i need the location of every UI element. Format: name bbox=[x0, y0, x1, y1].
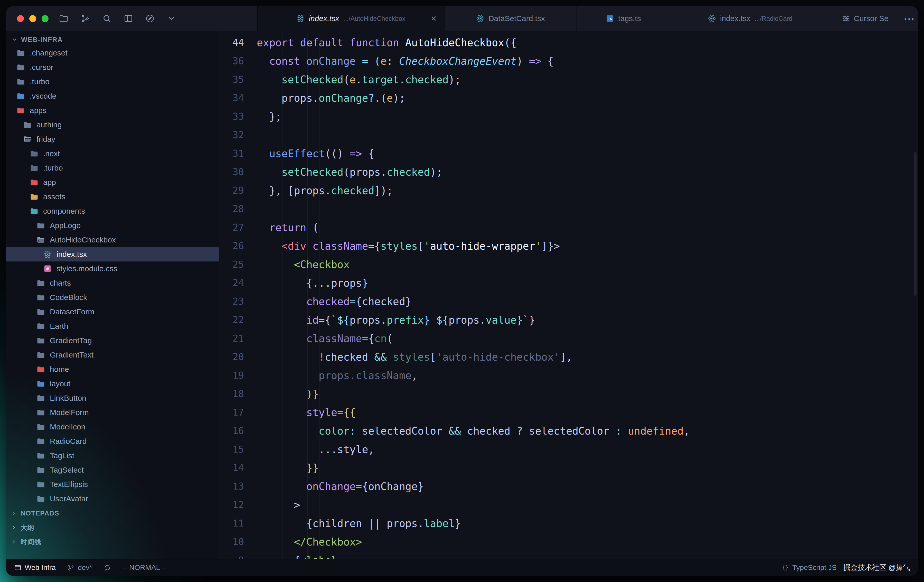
tree-item-home[interactable]: home bbox=[6, 362, 219, 376]
code-line-36[interactable]: 36 const onChange = (e: CheckboxChangeEv… bbox=[219, 52, 918, 70]
tree-item-codeblock[interactable]: CodeBlock bbox=[6, 290, 219, 305]
tree-item-next[interactable]: .next bbox=[6, 147, 219, 161]
tree-item-useravatar[interactable]: UserAvatar bbox=[6, 491, 219, 506]
tab-index-tsx-autohidecheckbox[interactable]: index.tsx.../AutoHideCheckbox bbox=[257, 6, 444, 31]
code-line-25[interactable]: 25 <Checkbox bbox=[219, 255, 918, 274]
tree-item-index-tsx[interactable]: index.tsx bbox=[6, 247, 219, 262]
open-folder-icon[interactable] bbox=[59, 13, 69, 23]
tree-item-modelform[interactable]: ModelForm bbox=[6, 405, 219, 420]
code-line-20[interactable]: 20 !checked && styles['auto-hide-checkbo… bbox=[219, 348, 918, 366]
tree-item-layout[interactable]: layout bbox=[6, 376, 219, 391]
vim-mode[interactable]: -- NORMAL -- bbox=[122, 564, 167, 572]
line-number[interactable]: 19 bbox=[219, 366, 257, 385]
line-number[interactable]: 32 bbox=[219, 126, 257, 144]
code-line-18[interactable]: 18 )} bbox=[219, 385, 918, 403]
line-number[interactable]: 34 bbox=[219, 89, 257, 107]
code-line-32[interactable]: 32 bbox=[219, 126, 918, 144]
git-branch-status[interactable]: dev* bbox=[67, 564, 92, 572]
line-number[interactable]: 35 bbox=[219, 70, 257, 89]
line-number[interactable]: 30 bbox=[219, 163, 257, 181]
sidebar-section-notepads[interactable]: NOTEPADS bbox=[6, 506, 219, 520]
code-line-44[interactable]: 44export default function AutoHideCheckb… bbox=[219, 33, 918, 52]
line-number[interactable]: 17 bbox=[219, 403, 257, 422]
code-line-15[interactable]: 15 ...style, bbox=[219, 440, 918, 459]
tree-item-tagselect[interactable]: TagSelect bbox=[6, 463, 219, 477]
workspace-header[interactable]: WEB-INFRA bbox=[6, 33, 219, 46]
tree-item-turbo[interactable]: .turbo bbox=[6, 161, 219, 175]
line-number[interactable]: 13 bbox=[219, 477, 257, 496]
line-number[interactable]: 27 bbox=[219, 218, 257, 237]
sidebar-section-大纲[interactable]: 大纲 bbox=[6, 520, 219, 535]
tree-item-modelicon[interactable]: ModelIcon bbox=[6, 420, 219, 434]
language-mode[interactable]: TypeScript JS bbox=[782, 564, 837, 572]
line-number[interactable]: 18 bbox=[219, 385, 257, 403]
line-number[interactable]: 28 bbox=[219, 200, 257, 218]
layout-panels-icon[interactable] bbox=[124, 13, 133, 23]
tree-item-cursor[interactable]: .cursor bbox=[6, 60, 219, 74]
tree-item-styles-module-css[interactable]: #styles.module.css bbox=[6, 262, 219, 276]
sidebar-section-时间线[interactable]: 时间线 bbox=[6, 535, 219, 549]
toolbar-chevron-down-icon[interactable] bbox=[167, 13, 177, 23]
tab-tags-ts[interactable]: TStags.ts bbox=[576, 6, 670, 31]
code-line-33[interactable]: 33 }; bbox=[219, 107, 918, 126]
code-line-26[interactable]: 26 <div className={styles['auto-hide-wra… bbox=[219, 237, 918, 255]
tree-item-textellipsis[interactable]: TextEllipsis bbox=[6, 477, 219, 491]
tree-item-linkbutton[interactable]: LinkButton bbox=[6, 391, 219, 405]
line-number[interactable]: 16 bbox=[219, 422, 257, 440]
ai-edit-icon[interactable] bbox=[145, 13, 155, 23]
tree-item-gradienttext[interactable]: GradientText bbox=[6, 348, 219, 362]
line-number[interactable]: 12 bbox=[219, 496, 257, 514]
line-number[interactable]: 10 bbox=[219, 533, 257, 551]
tree-item-app[interactable]: app bbox=[6, 175, 219, 190]
code-line-19[interactable]: 19 props.className, bbox=[219, 366, 918, 385]
workspace-indicator[interactable]: Web Infra bbox=[14, 564, 56, 572]
search-icon[interactable] bbox=[102, 13, 112, 23]
tree-item-assets[interactable]: assets bbox=[6, 190, 219, 204]
line-number[interactable]: 11 bbox=[219, 514, 257, 533]
code-line-22[interactable]: 22 id={`${props.prefix}_${props.value}`} bbox=[219, 311, 918, 329]
code-line-10[interactable]: 10 </Checkbox> bbox=[219, 533, 918, 551]
tree-item-turbo[interactable]: .turbo bbox=[6, 74, 219, 89]
code-line-21[interactable]: 21 className={cn( bbox=[219, 329, 918, 348]
line-number[interactable]: 20 bbox=[219, 348, 257, 366]
code-line-35[interactable]: 35 setChecked(e.target.checked); bbox=[219, 70, 918, 89]
line-number[interactable]: 9 bbox=[219, 551, 257, 559]
tree-item-datasetform[interactable]: DatasetForm bbox=[6, 305, 219, 319]
minimize-window-button[interactable] bbox=[29, 15, 36, 22]
tree-item-charts[interactable]: charts bbox=[6, 276, 219, 290]
code-line-27[interactable]: 27 return ( bbox=[219, 218, 918, 237]
git-graph-icon[interactable] bbox=[80, 13, 90, 23]
close-window-button[interactable] bbox=[17, 15, 24, 22]
zoom-window-button[interactable] bbox=[41, 15, 48, 22]
line-number[interactable]: 24 bbox=[219, 274, 257, 292]
line-number[interactable]: 21 bbox=[219, 329, 257, 348]
line-number[interactable]: 14 bbox=[219, 459, 257, 477]
tree-item-authing[interactable]: authing bbox=[6, 118, 219, 132]
line-number[interactable]: 29 bbox=[219, 181, 257, 200]
code-line-16[interactable]: 16 color: selectedColor && checked ? sel… bbox=[219, 422, 918, 440]
tree-item-taglist[interactable]: TagList bbox=[6, 448, 219, 463]
editor-scrollbar[interactable] bbox=[914, 152, 917, 296]
code-line-30[interactable]: 30 setChecked(props.checked); bbox=[219, 163, 918, 181]
tab-cursor-se[interactable]: Cursor Se bbox=[830, 6, 900, 31]
line-number[interactable]: 23 bbox=[219, 292, 257, 311]
tree-item-applogo[interactable]: AppLogo bbox=[6, 218, 219, 233]
tree-item-gradienttag[interactable]: GradientTag bbox=[6, 333, 219, 348]
code-line-14[interactable]: 14 }} bbox=[219, 459, 918, 477]
line-number[interactable]: 22 bbox=[219, 311, 257, 329]
line-number[interactable]: 25 bbox=[219, 255, 257, 274]
code-line-23[interactable]: 23 checked={checked} bbox=[219, 292, 918, 311]
code-line-11[interactable]: 11 {children || props.label} bbox=[219, 514, 918, 533]
sync-status[interactable] bbox=[104, 564, 111, 572]
code-line-28[interactable]: 28 bbox=[219, 200, 918, 218]
close-tab-icon[interactable] bbox=[430, 14, 438, 23]
code-line-17[interactable]: 17 style={{ bbox=[219, 403, 918, 422]
tree-item-friday[interactable]: friday bbox=[6, 132, 219, 147]
tab-overflow-button[interactable]: ⋯ bbox=[900, 6, 918, 31]
code-line-24[interactable]: 24 {...props} bbox=[219, 274, 918, 292]
code-line-31[interactable]: 31 useEffect(() => { bbox=[219, 144, 918, 163]
line-number[interactable]: 36 bbox=[219, 52, 257, 70]
line-number[interactable]: 33 bbox=[219, 107, 257, 126]
tree-item-vscode[interactable]: .vscode bbox=[6, 89, 219, 103]
code-line-29[interactable]: 29 }, [props.checked]); bbox=[219, 181, 918, 200]
